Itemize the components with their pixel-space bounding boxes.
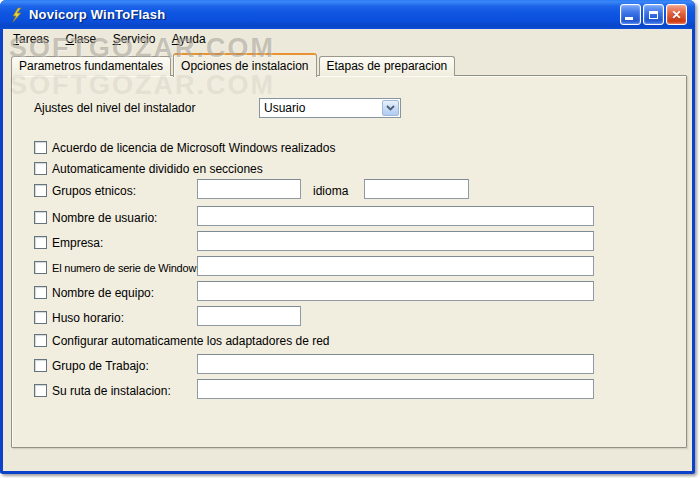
ruta-instalacion-input[interactable] [197,379,594,399]
row-ruta-instalacion: Su ruta de instalacion: [12,381,688,401]
idioma-label: idioma [313,181,348,201]
app-lightning-icon [9,7,25,23]
nombre-equipo-input[interactable] [197,281,594,301]
nombre-usuario-label[interactable]: Nombre de usuario: [52,208,157,228]
empresa-input[interactable] [197,231,594,251]
dividido-secciones-checkbox[interactable] [34,162,47,175]
serie-windows-label[interactable]: El numero de serie de Window: [52,258,199,278]
ruta-instalacion-checkbox[interactable] [34,384,47,397]
window-controls: ✕ [620,4,687,25]
menu-tareas[interactable]: Tareas [7,29,55,48]
row-adaptadores-red: Configurar automaticamente los adaptador… [12,331,688,351]
ruta-instalacion-label[interactable]: Su ruta de instalacion: [52,381,171,401]
screenshot-stage: Novicorp WinToFlash ✕ Tareas Clase Servi… [0,0,700,478]
nombre-equipo-label[interactable]: Nombre de equipo: [52,283,154,303]
acuerdo-licencia-checkbox[interactable] [34,141,47,154]
serie-windows-input[interactable] [197,256,594,276]
row-nombre-equipo: Nombre de equipo: [12,283,688,303]
installer-level-value: Usuario [260,101,382,115]
grupo-trabajo-checkbox[interactable] [34,359,47,372]
adaptadores-red-label[interactable]: Configurar automaticamente los adaptador… [52,331,330,351]
row-grupos-etnicos: Grupos etnicos: idioma [12,181,688,201]
nombre-equipo-checkbox[interactable] [34,286,47,299]
combo-dropdown-button[interactable] [382,100,399,116]
menu-bar: Tareas Clase Servicio Ayuda [3,29,692,49]
nombre-usuario-input[interactable] [197,206,594,226]
minimize-icon [625,17,633,20]
adaptadores-red-checkbox[interactable] [34,334,47,347]
grupos-etnicos-input[interactable] [197,179,301,199]
window-title: Novicorp WinToFlash [29,7,620,22]
row-huso-horario: Huso horario: [12,308,688,328]
maximize-button[interactable] [643,4,664,25]
acuerdo-licencia-label[interactable]: Acuerdo de licencia de Microsoft Windows… [52,138,335,158]
empresa-label[interactable]: Empresa: [52,233,103,253]
row-empresa: Empresa: [12,233,688,253]
title-bar[interactable]: Novicorp WinToFlash ✕ [0,0,695,29]
huso-horario-input[interactable] [197,306,301,326]
close-button[interactable]: ✕ [666,4,687,25]
tab-page-opciones: Ajustes del nivel del instalador Usuario… [11,75,687,448]
grupo-trabajo-input[interactable] [197,354,594,374]
close-icon: ✕ [671,9,681,21]
serie-windows-checkbox[interactable] [34,261,47,274]
menu-clase[interactable]: Clase [59,29,102,48]
installer-level-label: Ajustes del nivel del instalador [34,98,195,118]
row-serie-windows: El numero de serie de Window: [12,258,688,278]
row-grupo-trabajo: Grupo de Trabajo: [12,356,688,376]
dividido-secciones-label[interactable]: Automaticamente dividido en secciones [52,159,263,179]
empresa-checkbox[interactable] [34,236,47,249]
installer-level-select[interactable]: Usuario [259,98,401,118]
minimize-button[interactable] [620,4,641,25]
grupos-etnicos-label[interactable]: Grupos etnicos: [52,181,136,201]
chevron-down-icon [386,105,395,111]
menu-ayuda[interactable]: Ayuda [166,29,212,48]
tab-etapas-de-preparacion[interactable]: Etapas de preparacion [319,56,456,76]
huso-horario-label[interactable]: Huso horario: [52,308,124,328]
tab-opciones-de-instalacion[interactable]: Opciones de instalacion [173,53,316,77]
row-acuerdo-licencia: Acuerdo de licencia de Microsoft Windows… [12,138,688,158]
nombre-usuario-checkbox[interactable] [34,211,47,224]
tab-parametros-fundamentales[interactable]: Parametros fundamentales [11,56,171,76]
row-nombre-usuario: Nombre de usuario: [12,208,688,228]
grupo-trabajo-label[interactable]: Grupo de Trabajo: [52,356,149,376]
tab-strip: Parametros fundamentales Opciones de ins… [11,52,457,76]
maximize-icon [649,11,658,19]
menu-servicio[interactable]: Servicio [107,29,162,48]
huso-horario-checkbox[interactable] [34,311,47,324]
row-dividido-secciones: Automaticamente dividido en secciones [12,159,688,179]
grupos-etnicos-checkbox[interactable] [34,184,47,197]
app-window: Novicorp WinToFlash ✕ Tareas Clase Servi… [0,0,695,474]
idioma-input[interactable] [364,179,469,199]
